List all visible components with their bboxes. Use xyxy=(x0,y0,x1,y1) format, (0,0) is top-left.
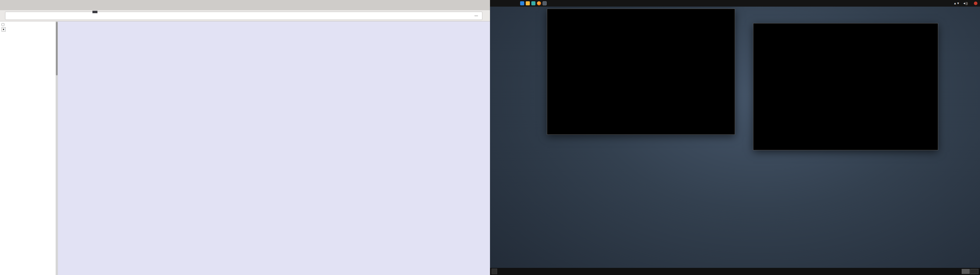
new-tab-button[interactable] xyxy=(0,1,9,10)
gnome-window-list xyxy=(490,268,980,275)
terminal-icon[interactable] xyxy=(542,1,547,5)
terminal-window-carme-sort[interactable] xyxy=(753,23,938,150)
gnome-top-panel: ▲▼ ◄)) xyxy=(490,0,980,6)
scrollbar-thumb[interactable] xyxy=(56,22,58,75)
desktop: ▲▼ ◄)) xyxy=(490,0,980,275)
jsroot-sidebar: ▾ xyxy=(0,21,56,275)
tab-tooltip xyxy=(92,11,97,13)
monitoring-checkbox[interactable] xyxy=(2,23,4,26)
url-bar[interactable] xyxy=(5,12,482,20)
app-icon-yellow[interactable] xyxy=(526,1,530,5)
workspace-2[interactable] xyxy=(970,269,978,274)
show-desktop-button[interactable] xyxy=(492,269,497,274)
firefox-icon[interactable] xyxy=(537,1,541,5)
power-icon[interactable] xyxy=(974,2,977,5)
dual-monitor-screen: ▾ ▲▼ ◄)) xyxy=(0,0,980,275)
layout-select[interactable]: ▾ xyxy=(2,27,6,32)
root-canvas-grid xyxy=(58,21,490,275)
sidebar-scrollbar[interactable] xyxy=(56,21,58,275)
browser-content: ▾ xyxy=(0,21,490,275)
monitoring-row xyxy=(2,23,55,26)
window-controls xyxy=(468,0,490,10)
network-icon[interactable]: ▲▼ xyxy=(953,2,959,5)
navigation-bar xyxy=(0,10,490,21)
tab-strip xyxy=(0,0,490,10)
terminal-window-tapedata[interactable] xyxy=(547,9,735,135)
zoom-level-badge[interactable] xyxy=(474,15,478,16)
workspace-switcher xyxy=(962,269,978,274)
app-icon-teal[interactable] xyxy=(531,1,535,5)
app-icon-blue[interactable] xyxy=(520,1,524,5)
panel-status-area: ▲▼ ◄)) xyxy=(953,2,977,5)
volume-icon[interactable]: ◄)) xyxy=(963,2,968,5)
firefox-window: ▾ xyxy=(0,0,490,275)
workspace-1[interactable] xyxy=(962,269,970,274)
launcher-icons xyxy=(520,1,547,5)
